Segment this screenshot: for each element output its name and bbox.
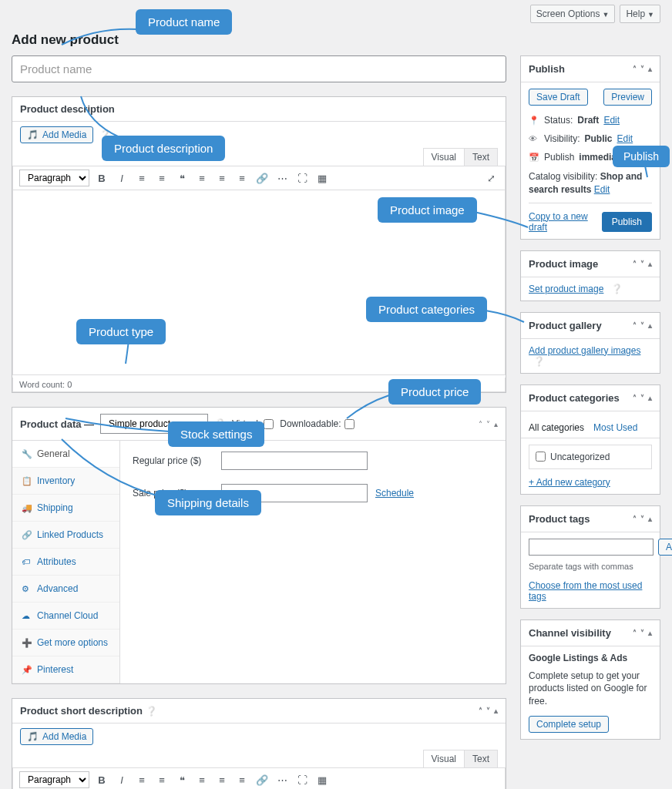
format-select[interactable]: Paragraph xyxy=(19,170,89,186)
panel-sort-icon[interactable]: ▴ xyxy=(648,321,652,330)
bullet-list-icon[interactable]: ≡ xyxy=(134,772,150,787)
italic-icon[interactable]: I xyxy=(114,170,129,186)
quote-icon[interactable]: ❝ xyxy=(174,170,190,186)
add-tag-button[interactable]: Add xyxy=(658,539,672,556)
help-button[interactable]: Help▼ xyxy=(620,5,660,23)
downloadable-checkbox[interactable] xyxy=(344,419,354,429)
short-visual-tab[interactable]: Visual xyxy=(423,750,465,767)
add-media-button[interactable]: 🎵 Add Media xyxy=(20,126,93,143)
panel-toggle-down-icon[interactable]: ˅ xyxy=(486,420,490,428)
link-icon[interactable]: 🔗 xyxy=(254,170,270,186)
tab-linked-products[interactable]: 🔗Linked Products xyxy=(12,522,119,549)
more-icon[interactable]: ⋯ xyxy=(274,170,290,186)
callout-publish: Publish xyxy=(613,146,670,167)
category-checkbox[interactable] xyxy=(536,452,546,462)
panel-sort-icon[interactable]: ▴ xyxy=(494,707,498,715)
short-format-select[interactable]: Paragraph xyxy=(19,771,89,788)
add-media-button-short[interactable]: 🎵 Add Media xyxy=(20,728,93,745)
add-gallery-images-link[interactable]: Add product gallery images xyxy=(529,345,640,356)
complete-setup-button[interactable]: Complete setup xyxy=(529,716,609,733)
bold-icon[interactable]: B xyxy=(94,772,109,787)
add-new-category-link[interactable]: + Add new category xyxy=(529,477,610,488)
fullscreen-icon[interactable]: ⛶ xyxy=(294,772,310,787)
save-draft-button[interactable]: Save Draft xyxy=(529,89,588,106)
panel-toggle-down-icon[interactable]: ˅ xyxy=(486,707,490,715)
panel-toggle-up-icon[interactable]: ˄ xyxy=(633,515,637,523)
copy-to-new-draft-link[interactable]: Copy to a new draft xyxy=(529,211,602,233)
tab-attributes[interactable]: 🏷Attributes xyxy=(12,549,119,576)
toolbar-toggle-icon[interactable]: ▦ xyxy=(314,170,330,186)
panel-toggle-up-icon[interactable]: ˄ xyxy=(633,629,637,637)
italic-icon[interactable]: I xyxy=(114,772,129,787)
pin-icon: 📍 xyxy=(529,116,539,126)
text-tab[interactable]: Text xyxy=(464,148,498,166)
panel-toggle-down-icon[interactable]: ˅ xyxy=(640,321,644,330)
panel-toggle-up-icon[interactable]: ˄ xyxy=(479,420,482,428)
choose-tags-link[interactable]: Choose from the most used tags xyxy=(529,580,642,602)
bold-icon[interactable]: B xyxy=(94,170,109,186)
numbered-list-icon[interactable]: ≡ xyxy=(154,772,170,787)
panel-toggle-down-icon[interactable]: ˅ xyxy=(640,260,644,268)
tags-input[interactable] xyxy=(529,539,654,556)
align-right-icon[interactable]: ≡ xyxy=(234,772,250,787)
panel-toggle-down-icon[interactable]: ˅ xyxy=(640,65,644,73)
short-text-tab[interactable]: Text xyxy=(464,750,498,767)
panel-toggle-up-icon[interactable]: ˄ xyxy=(633,65,637,73)
preview-button[interactable]: Preview xyxy=(603,89,652,106)
quote-icon[interactable]: ❝ xyxy=(174,772,190,787)
media-icon: 🎵 xyxy=(27,731,39,742)
panel-sort-icon[interactable]: ▴ xyxy=(648,515,652,523)
set-product-image-link[interactable]: Set product image xyxy=(529,284,603,294)
tab-pinterest[interactable]: 📌Pinterest xyxy=(12,656,119,683)
tab-advanced[interactable]: ⚙Advanced xyxy=(12,576,119,603)
numbered-list-icon[interactable]: ≡ xyxy=(154,170,170,186)
panel-sort-icon[interactable]: ▴ xyxy=(648,394,652,402)
panel-toggle-up-icon[interactable]: ˄ xyxy=(633,394,637,402)
panel-toggle-up-icon[interactable]: ˄ xyxy=(633,260,637,268)
callout-product-description: Product description xyxy=(102,136,225,161)
panel-toggle-up-icon[interactable]: ˄ xyxy=(479,707,482,715)
product-name-input[interactable] xyxy=(12,55,506,82)
tab-shipping[interactable]: 🚚Shipping xyxy=(12,495,119,522)
toolbar-toggle-icon[interactable]: ▦ xyxy=(314,772,330,787)
panel-sort-icon[interactable]: ▴ xyxy=(494,420,498,428)
help-icon[interactable]: ❔ xyxy=(146,706,157,717)
tab-channel-cloud[interactable]: ☁Channel Cloud xyxy=(12,603,119,630)
align-left-icon[interactable]: ≡ xyxy=(194,170,210,186)
edit-status-link[interactable]: Edit xyxy=(603,115,620,126)
product-description-heading: Product description xyxy=(20,103,115,115)
help-icon[interactable]: ❔ xyxy=(611,284,623,294)
bullet-list-icon[interactable]: ≡ xyxy=(134,170,150,186)
panel-sort-icon[interactable]: ▴ xyxy=(648,65,652,73)
regular-price-input[interactable] xyxy=(221,452,368,470)
status-label: Status: xyxy=(544,115,573,126)
tab-inventory[interactable]: 📋Inventory xyxy=(12,468,119,495)
panel-toggle-down-icon[interactable]: ˅ xyxy=(640,515,644,523)
panel-sort-icon[interactable]: ▴ xyxy=(648,629,652,637)
publish-button[interactable]: Publish xyxy=(602,212,652,232)
channel-panel-heading: Channel visibility xyxy=(529,627,611,639)
fullscreen-icon[interactable]: ⛶ xyxy=(294,170,310,186)
align-center-icon[interactable]: ≡ xyxy=(214,772,230,787)
all-categories-tab[interactable]: All categories xyxy=(529,418,584,438)
panel-sort-icon[interactable]: ▴ xyxy=(648,260,652,268)
screen-options-button[interactable]: Screen Options▼ xyxy=(530,5,616,23)
help-icon[interactable]: ❔ xyxy=(533,356,545,367)
edit-catalog-link[interactable]: Edit xyxy=(594,184,610,195)
panel-toggle-up-icon[interactable]: ˄ xyxy=(633,321,637,330)
virtual-checkbox[interactable] xyxy=(264,419,274,429)
schedule-link[interactable]: Schedule xyxy=(375,488,414,499)
visual-tab[interactable]: Visual xyxy=(423,148,465,166)
align-left-icon[interactable]: ≡ xyxy=(194,772,210,787)
expand-icon[interactable]: ⤢ xyxy=(483,170,499,186)
align-right-icon[interactable]: ≡ xyxy=(234,170,250,186)
link-icon[interactable]: 🔗 xyxy=(254,772,270,787)
panel-toggle-down-icon[interactable]: ˅ xyxy=(640,394,644,402)
tab-general[interactable]: 🔧General xyxy=(12,441,119,468)
edit-visibility-link[interactable]: Edit xyxy=(617,133,633,144)
more-icon[interactable]: ⋯ xyxy=(274,772,290,787)
panel-toggle-down-icon[interactable]: ˅ xyxy=(640,629,644,637)
tab-get-more-options[interactable]: ➕Get more options xyxy=(12,630,119,656)
most-used-tab[interactable]: Most Used xyxy=(593,418,637,438)
align-center-icon[interactable]: ≡ xyxy=(214,170,230,186)
